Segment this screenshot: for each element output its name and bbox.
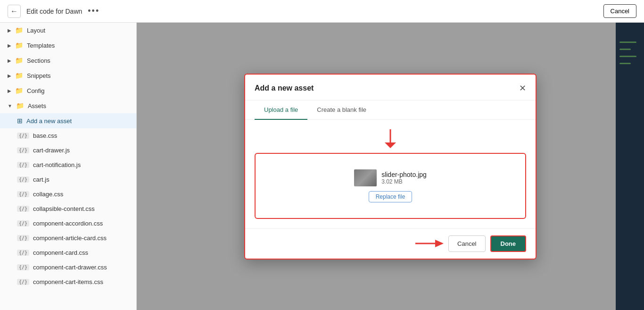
file-type-badge: {/} <box>17 220 29 226</box>
collapse-icon: ▶ <box>8 43 11 48</box>
folder-icon: 📁 <box>15 57 23 64</box>
folder-icon: 📁 <box>16 102 24 109</box>
file-thumbnail <box>354 169 377 186</box>
file-type-badge: {/} <box>17 250 29 256</box>
sidebar-item-assets[interactable]: ▼ 📁 Assets <box>0 98 136 113</box>
file-type-badge: {/} <box>17 176 29 183</box>
back-button[interactable]: ← <box>8 5 21 18</box>
sidebar-item-label: collapsible-content.css <box>33 205 95 212</box>
sidebar-item-label: Sections <box>27 57 50 64</box>
sidebar-item-label: base.css <box>33 132 57 139</box>
sidebar-item-templates[interactable]: ▶ 📁 Templates <box>0 38 136 53</box>
add-asset-modal: Add a new asset ✕ Upload a file Create a… <box>244 74 537 260</box>
file-type-badge: {/} <box>17 191 29 197</box>
sidebar-item-label: cart-notification.js <box>33 161 81 168</box>
sidebar-item-snippets[interactable]: ▶ 📁 Snippets <box>0 68 136 83</box>
sidebar-item-label: cart.js <box>33 176 50 183</box>
svg-marker-1 <box>385 142 396 148</box>
replace-file-button[interactable]: Replace file <box>369 191 413 202</box>
content-area: Add a new asset ✕ Upload a file Create a… <box>137 23 644 310</box>
file-info: slider-photo.jpg 3.02 MB <box>354 169 427 186</box>
file-type-badge: {/} <box>17 279 29 285</box>
modal-footer: Cancel Done <box>245 228 536 259</box>
sidebar-item-label: Snippets <box>27 72 51 79</box>
sidebar-item-component-article-card-css[interactable]: {/} component-article-card.css <box>0 231 136 245</box>
sidebar-item-label: Add a new asset <box>26 117 72 125</box>
sidebar-item-label: Templates <box>27 42 55 49</box>
arrow-right-icon <box>415 238 444 249</box>
sidebar-item-add-new-asset[interactable]: ⊞ Add a new asset <box>0 113 136 128</box>
file-type-badge: {/} <box>17 264 29 270</box>
sidebar-item-label: Config <box>27 87 45 94</box>
sidebar-item-component-cart-items-css[interactable]: {/} component-cart-items.css <box>0 275 136 289</box>
collapse-icon: ▼ <box>8 103 12 109</box>
sidebar-item-label: component-card.css <box>33 249 88 256</box>
sidebar-item-component-card-css[interactable]: {/} component-card.css <box>0 245 136 260</box>
modal-body: slider-photo.jpg 3.02 MB Replace file <box>245 120 536 228</box>
sidebar-item-base-css[interactable]: {/} base.css <box>0 128 136 143</box>
collapse-icon: ▶ <box>8 58 11 63</box>
thumbnail-image <box>354 169 377 186</box>
folder-icon: 📁 <box>15 26 23 34</box>
upload-drop-zone[interactable]: slider-photo.jpg 3.02 MB Replace file <box>255 153 526 219</box>
modal-close-button[interactable]: ✕ <box>519 83 526 93</box>
sidebar-item-sections[interactable]: ▶ 📁 Sections <box>0 53 136 68</box>
folder-icon: 📁 <box>15 72 23 79</box>
file-type-badge: {/} <box>17 162 29 168</box>
topbar-left: ← Edit code for Dawn ••• <box>8 5 99 18</box>
sidebar-item-config[interactable]: ▶ 📁 Config <box>0 83 136 98</box>
file-type-badge: {/} <box>17 235 29 241</box>
folder-icon: 📁 <box>15 87 23 94</box>
sidebar-item-component-accordion-css[interactable]: {/} component-accordion.css <box>0 216 136 231</box>
file-type-badge: {/} <box>17 133 29 139</box>
collapse-icon: ▶ <box>8 73 11 78</box>
file-name: slider-photo.jpg <box>381 171 427 178</box>
folder-icon: 📁 <box>15 42 23 49</box>
sidebar-item-label: collage.css <box>33 191 63 198</box>
sidebar-item-collage-css[interactable]: {/} collage.css <box>0 187 136 201</box>
sidebar-item-cart-notification-js[interactable]: {/} cart-notification.js <box>0 158 136 172</box>
sidebar-item-label: Assets <box>28 102 46 109</box>
file-size: 3.02 MB <box>381 178 427 185</box>
modal-title: Add a new asset <box>255 84 314 92</box>
sidebar: ▶ 📁 Layout ▶ 📁 Templates ▶ 📁 Sections ▶ … <box>0 23 137 310</box>
cancel-button[interactable]: Cancel <box>448 235 485 252</box>
tab-upload-file[interactable]: Upload a file <box>255 101 307 120</box>
svg-marker-3 <box>435 240 444 247</box>
file-details: slider-photo.jpg 3.02 MB <box>381 171 427 185</box>
modal-header: Add a new asset ✕ <box>245 75 536 101</box>
preview-store-button[interactable]: Cancel <box>603 4 636 18</box>
collapse-icon: ▶ <box>8 88 11 93</box>
file-type-badge: {/} <box>17 206 29 212</box>
more-options-button[interactable]: ••• <box>88 6 99 16</box>
sidebar-item-collapsible-content-css[interactable]: {/} collapsible-content.css <box>0 201 136 216</box>
file-type-badge: {/} <box>17 147 29 153</box>
file-preview: slider-photo.jpg 3.02 MB Replace file <box>354 169 427 202</box>
tab-create-blank-file[interactable]: Create a blank file <box>307 101 376 120</box>
sidebar-item-label: component-accordion.css <box>33 220 103 227</box>
sidebar-item-label: component-cart-items.css <box>33 278 103 285</box>
sidebar-item-component-cart-drawer-css[interactable]: {/} component-cart-drawer.css <box>0 260 136 275</box>
modal-overlay: Add a new asset ✕ Upload a file Create a… <box>137 23 644 310</box>
editor-title: Edit code for Dawn <box>26 8 82 15</box>
sidebar-item-label: cart-drawer.js <box>33 147 70 154</box>
sidebar-item-cart-js[interactable]: {/} cart.js <box>0 172 136 187</box>
topbar: ← Edit code for Dawn ••• Cancel <box>0 0 644 23</box>
sidebar-item-layout[interactable]: ▶ 📁 Layout <box>0 23 136 38</box>
sidebar-item-label: component-cart-drawer.css <box>33 264 107 271</box>
collapse-icon: ▶ <box>8 28 11 33</box>
done-button[interactable]: Done <box>490 235 527 252</box>
sidebar-item-label: component-article-card.css <box>33 235 107 242</box>
sidebar-item-cart-drawer-js[interactable]: {/} cart-drawer.js <box>0 143 136 158</box>
modal-tabs: Upload a file Create a blank file <box>245 101 536 120</box>
sidebar-item-label: Layout <box>27 27 45 34</box>
add-icon: ⊞ <box>17 117 23 125</box>
arrow-down-icon <box>385 129 396 148</box>
main-layout: ▶ 📁 Layout ▶ 📁 Templates ▶ 📁 Sections ▶ … <box>0 23 644 310</box>
